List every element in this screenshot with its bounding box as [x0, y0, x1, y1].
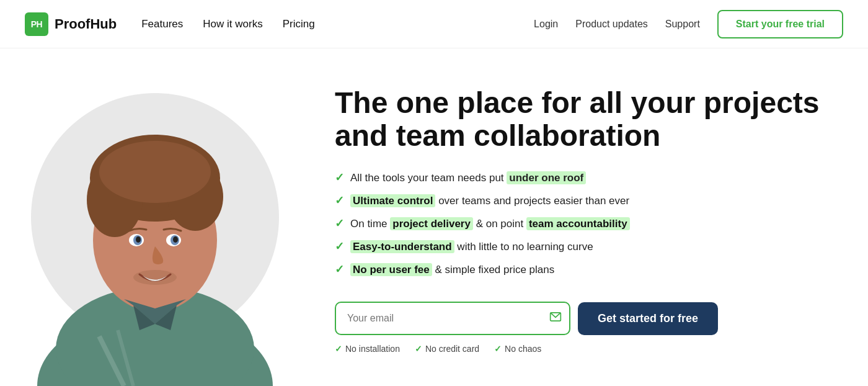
feature-item-2: ✓ Ultimate control over teams and projec… [335, 192, 831, 209]
svg-point-13 [173, 236, 178, 243]
check-icon-2: ✓ [335, 192, 344, 209]
email-input-wrapper [335, 302, 570, 335]
highlight-2: Ultimate control [350, 194, 435, 207]
highlight-3a: project delivery [390, 217, 473, 230]
check-icon-1: ✓ [335, 169, 344, 186]
nav-login[interactable]: Login [534, 19, 558, 30]
logo-name: ProofHub [55, 16, 117, 32]
logo-icon: PH [25, 12, 48, 36]
sub-checks-row: ✓ No installation ✓ No credit card ✓ No … [335, 344, 831, 354]
nav-support[interactable]: Support [665, 19, 700, 30]
highlight-5: No per user fee [350, 263, 432, 276]
feature-item-4: ✓ Easy-to-understand with little to no l… [335, 238, 831, 255]
person-svg [25, 63, 285, 386]
start-trial-button[interactable]: Start your free trial [717, 10, 843, 38]
check-icon-5: ✓ [335, 261, 344, 278]
logo-initials: PH [31, 19, 42, 29]
nav-features[interactable]: Features [141, 18, 183, 30]
hero-image-area [0, 48, 310, 386]
main-content: The one place for all your projects and … [0, 48, 868, 386]
highlight-3b: team accountability [526, 217, 630, 230]
nav-how-it-works[interactable]: How it works [203, 18, 262, 30]
hero-content: The one place for all your projects and … [310, 48, 868, 386]
nav-pricing[interactable]: Pricing [283, 18, 315, 30]
get-started-button[interactable]: Get started for free [578, 302, 718, 335]
check-icon-4: ✓ [335, 238, 344, 255]
check-icon-3: ✓ [335, 215, 344, 232]
email-input[interactable] [335, 302, 570, 335]
logo-link[interactable]: PH ProofHub [25, 12, 117, 36]
svg-point-12 [136, 236, 141, 243]
feature-item-5: ✓ No per user fee & simple fixed price p… [335, 261, 831, 278]
sub-check-credit-card: ✓ No credit card [415, 344, 479, 354]
highlight-1: under one roof [507, 171, 586, 184]
nav-links-right: Login Product updates Support Start your… [534, 10, 843, 38]
feature-item-3: ✓ On time project delivery & on point te… [335, 215, 831, 232]
hero-person [22, 57, 288, 386]
highlight-4: Easy-to-understand [350, 240, 454, 253]
hero-headline: The one place for all your projects and … [335, 87, 831, 153]
nav-product-updates[interactable]: Product updates [575, 19, 648, 30]
feature-item-1: ✓ All the tools your team needs put unde… [335, 169, 831, 186]
svg-point-7 [99, 141, 211, 203]
svg-point-14 [133, 270, 177, 285]
navbar: PH ProofHub Features How it works Pricin… [0, 0, 868, 48]
features-list: ✓ All the tools your team needs put unde… [335, 169, 831, 284]
sub-check-installation: ✓ No installation [335, 344, 400, 354]
email-icon [549, 311, 562, 326]
nav-links-left: Features How it works Pricing [141, 18, 314, 30]
sub-check-chaos: ✓ No chaos [494, 344, 541, 354]
cta-row: Get started for free [335, 302, 831, 335]
